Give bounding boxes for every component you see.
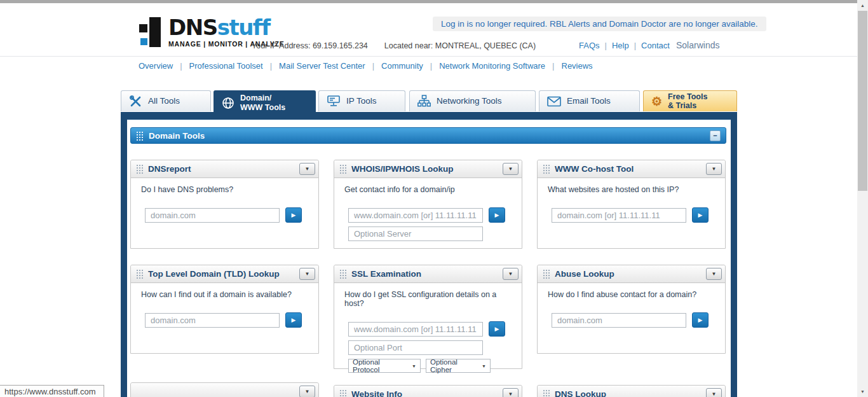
nav-overview[interactable]: Overview (139, 61, 173, 71)
card-header: Top Level Domain (TLD) Lookup ▼ (131, 265, 318, 283)
tab-free-tools-trials[interactable]: ⚙ Free Tools& Trials (643, 90, 737, 111)
location-text: Located near: MONTREAL, QUEBEC (CA) (384, 41, 536, 50)
gear-icon: ⚙ (651, 95, 662, 108)
service-notice-banner: Log in is no longer required. RBL Alerts… (433, 17, 766, 31)
card-question: How do I get SSL configuration details o… (344, 290, 512, 308)
card-question: Do I have DNS problems? (141, 185, 308, 194)
card-header: ▼ (131, 383, 318, 397)
card-question: How can I find out if a domain is availa… (141, 290, 308, 299)
server-icon (327, 95, 341, 108)
drag-handle-icon[interactable] (136, 131, 143, 141)
drag-handle-icon[interactable] (339, 389, 346, 397)
ip-address-text: Your IP Address: 69.159.165.234 (252, 41, 368, 50)
tab-email-tools[interactable]: Email Tools (539, 90, 640, 111)
card-header: Website Info ▼ (334, 386, 522, 397)
nav-community[interactable]: Community (365, 61, 423, 71)
chevron-down-icon: ▼ (482, 364, 486, 368)
optional-protocol-select[interactable]: Optional Protocol▼ (348, 359, 421, 373)
header-divider (0, 56, 857, 57)
logo-wordmark: DNSstuff (168, 17, 285, 38)
card-dns-lookup: DNS Lookup ▼ (537, 385, 726, 397)
card-dropdown-button[interactable]: ▼ (299, 268, 315, 280)
tab-domain-www-tools[interactable]: Domain/WWW Tools (214, 90, 316, 115)
card-header: DNSreport ▼ (131, 160, 318, 178)
drag-handle-icon[interactable] (543, 389, 550, 397)
card-dropdown-button[interactable]: ▼ (503, 388, 519, 397)
dnsstuff-logo-icon (139, 17, 164, 47)
card-dropdown-button[interactable]: ▼ (706, 388, 722, 397)
card-www-cohost-tool: WWW Co-host Tool ▼ What websites are hos… (537, 160, 726, 249)
nav-professional-toolset[interactable]: Professional Toolset (173, 61, 263, 71)
visitor-info: Your IP Address: 69.159.165.234 Located … (252, 41, 536, 50)
run-button[interactable]: ▶ (285, 207, 302, 223)
card-dnsreport: DNSreport ▼ Do I have DNS problems? ▶ (130, 160, 319, 249)
contact-link[interactable]: Contact (629, 41, 670, 50)
card-header: Abuse Lookup ▼ (538, 265, 725, 283)
card-untitled: ▼ (130, 382, 319, 397)
faqs-link[interactable]: FAQs (579, 41, 600, 50)
optional-port-input[interactable] (348, 340, 483, 355)
tab-ip-tools[interactable]: IP Tools (318, 90, 405, 111)
run-button[interactable]: ▶ (489, 321, 505, 337)
drag-handle-icon[interactable] (543, 164, 550, 174)
scrollbar-thumb[interactable] (858, 11, 867, 191)
card-question: Get contact info for a domain/ip (344, 185, 512, 194)
domain-input[interactable] (145, 313, 280, 328)
section-title: Domain Tools (149, 131, 205, 141)
card-whois-lookup: WHOIS/IPWHOIS Lookup ▼ Get contact info … (334, 160, 522, 249)
card-website-info: Website Info ▼ (334, 385, 522, 397)
run-button[interactable]: ▶ (489, 207, 505, 223)
collapse-section-button[interactable]: − (710, 130, 721, 141)
card-question: What websites are hosted on this IP? (548, 185, 715, 194)
globe-icon (222, 97, 234, 109)
drag-handle-icon[interactable] (136, 164, 143, 174)
drag-handle-icon[interactable] (339, 269, 346, 279)
card-header: WHOIS/IPWHOIS Lookup ▼ (334, 160, 522, 178)
card-dropdown-button[interactable]: ▼ (299, 163, 315, 175)
card-header: WWW Co-host Tool ▼ (538, 160, 725, 178)
nav-mail-server-test-center[interactable]: Mail Server Test Center (263, 61, 365, 71)
network-nodes-icon (417, 95, 431, 108)
chevron-down-icon: ▼ (412, 364, 416, 368)
card-header: DNS Lookup ▼ (538, 386, 725, 397)
nav-network-monitoring-software[interactable]: Network Monitoring Software (423, 61, 545, 71)
card-dropdown-button[interactable]: ▼ (503, 163, 519, 175)
drag-handle-icon[interactable] (136, 269, 143, 279)
card-ssl-examination: SSL Examination ▼ How do I get SSL confi… (334, 265, 522, 369)
card-dropdown-button[interactable]: ▼ (706, 268, 722, 280)
run-button[interactable]: ▶ (285, 312, 302, 328)
dnsstuff-page: DNSstuff MANAGE | MONITOR | ANALYZE Your… (0, 0, 868, 397)
tab-networking-tools[interactable]: Networking Tools (409, 90, 536, 111)
optional-server-input[interactable] (348, 226, 483, 241)
card-abuse-lookup: Abuse Lookup ▼ How do I find abuse conta… (537, 265, 726, 354)
help-link[interactable]: Help (600, 41, 629, 50)
tools-panel: Domain Tools − DNSreport ▼ Do I have DNS… (121, 112, 737, 397)
drag-handle-icon[interactable] (543, 269, 550, 279)
domain-tools-section-header: Domain Tools − (130, 127, 726, 144)
run-button[interactable]: ▶ (692, 312, 709, 328)
card-dropdown-button[interactable]: ▼ (503, 268, 519, 280)
host-input[interactable] (348, 322, 483, 337)
card-question: How do I find abuse contact for a domain… (548, 290, 715, 299)
main-nav: Overview Professional Toolset Mail Serve… (139, 61, 593, 71)
scroll-down-button[interactable]: ▼ (857, 386, 868, 397)
card-dropdown-button[interactable]: ▼ (706, 163, 722, 175)
domain-input[interactable] (552, 313, 686, 328)
status-link-preview: https://www.dnsstuff.com (0, 385, 104, 397)
optional-cipher-select[interactable]: Optional Cipher▼ (426, 359, 491, 373)
header-links: FAQs Help Contact (579, 41, 670, 50)
domain-or-ip-input[interactable] (552, 208, 686, 223)
domain-input[interactable] (145, 208, 280, 223)
run-button[interactable]: ▶ (692, 207, 709, 223)
tab-all-tools[interactable]: All Tools (121, 90, 211, 111)
vertical-scrollbar: ▲ ▼ (857, 0, 868, 397)
card-tld-lookup: Top Level Domain (TLD) Lookup ▼ How can … (130, 265, 319, 354)
envelope-icon (547, 96, 561, 107)
nav-reviews[interactable]: Reviews (545, 61, 593, 71)
tools-icon (129, 95, 142, 108)
drag-handle-icon[interactable] (339, 164, 346, 174)
card-dropdown-button[interactable]: ▼ (299, 386, 315, 397)
domain-or-ip-input[interactable] (348, 208, 483, 223)
solarwinds-link[interactable]: Solarwinds (676, 40, 719, 50)
scroll-up-button[interactable]: ▲ (857, 0, 868, 11)
